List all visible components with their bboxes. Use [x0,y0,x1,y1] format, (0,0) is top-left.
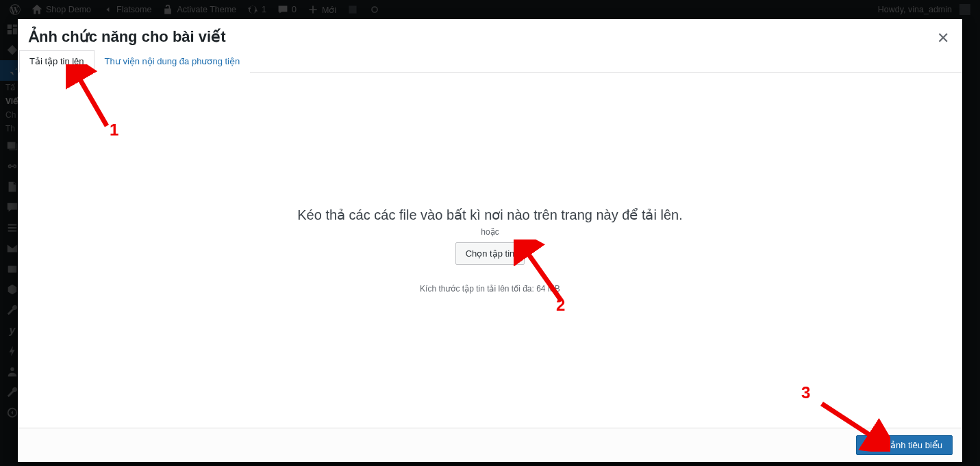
annotation-label-2: 2 [556,296,565,315]
modal-header: Ảnh chức năng cho bài viết ✕ [18,19,962,50]
tab-media-library[interactable]: Thư viện nội dung đa phương tiện [95,50,251,73]
close-icon: ✕ [937,29,949,47]
modal-title: Ảnh chức năng cho bài viết [29,27,951,47]
drop-or: hoặc [297,227,683,237]
modal-footer: Chọn ảnh tiêu biểu [18,428,962,462]
tab-upload[interactable]: Tải tập tin lên [19,50,95,73]
upload-dropzone[interactable]: Kéo thả các các file vào bất kì nơi nào … [297,207,683,294]
modal-tabs: Tải tập tin lên Thư viện nội dung đa phư… [18,50,962,73]
annotation-label-3: 3 [801,383,810,402]
max-size-hint: Kích thước tập tin tải lên tối đa: 64 MB [297,284,683,294]
choose-file-button[interactable]: Chọn tập tin [455,242,525,265]
modal-body: Kéo thả các các file vào bất kì nơi nào … [18,73,962,428]
set-featured-image-button[interactable]: Chọn ảnh tiêu biểu [856,435,953,455]
close-button[interactable]: ✕ [931,26,955,51]
featured-image-modal: Ảnh chức năng cho bài viết ✕ Tải tập tin… [18,19,962,462]
drop-heading: Kéo thả các các file vào bất kì nơi nào … [297,207,683,223]
annotation-label-1: 1 [110,120,118,140]
